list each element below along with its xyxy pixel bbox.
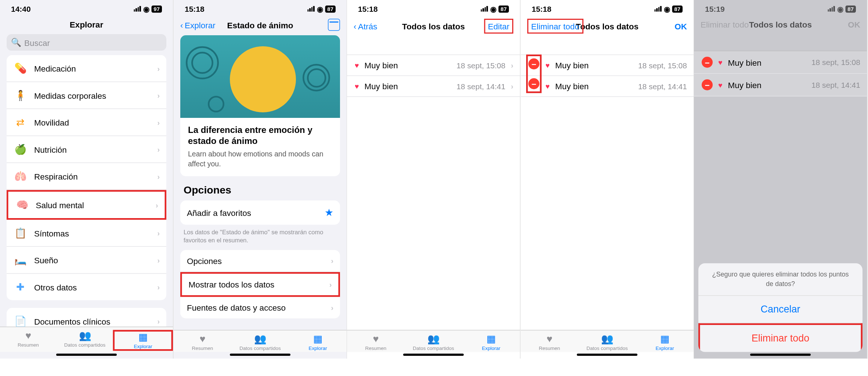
calendar-button[interactable]: [328, 19, 340, 31]
chevron-left-icon: ‹: [354, 22, 357, 31]
content: 💊 Medicación › 🧍 Medidas corporales › ⇄ …: [0, 55, 173, 327]
grid-icon: ▦: [487, 333, 496, 344]
show-all-data-row[interactable]: Mostrar todos los datos ›: [180, 272, 340, 297]
screen-edit-mode: 15:18 ◉ 87 Eliminar todo Todos los datos…: [521, 0, 694, 359]
category-mobility[interactable]: ⇄ Movilidad ›: [7, 109, 166, 136]
search-icon: 🔍: [11, 37, 22, 47]
status-right: ◉ 87: [654, 5, 683, 13]
screen-confirm-delete: 15:19 ◉ 87 Eliminar todo Todos los datos…: [694, 0, 868, 359]
status-right: ◉ 87: [828, 5, 856, 13]
tab-summary[interactable]: ♥Resumen: [0, 330, 57, 351]
battery-icon: 87: [672, 5, 683, 12]
article-body: La diferencia entre emoción y estado de …: [180, 118, 340, 176]
home-indicator[interactable]: [56, 354, 117, 356]
back-button[interactable]: ‹ Atrás: [354, 22, 377, 31]
delete-buttons-highlight: − −: [526, 55, 542, 93]
star-icon[interactable]: ★: [325, 207, 333, 219]
tab-explore[interactable]: ▦Explorar: [462, 333, 520, 351]
category-nutrition[interactable]: 🍏 Nutrición ›: [7, 136, 166, 163]
nutrition-icon: 🍏: [13, 142, 28, 156]
heart-icon: ♥: [545, 82, 550, 91]
data-label: Muy bien: [555, 61, 589, 70]
status-bar: 15:18 ◉ 87: [174, 0, 347, 15]
body-icon: 🧍: [13, 88, 28, 102]
tab-summary[interactable]: ♥Resumen: [174, 333, 231, 351]
tab-summary[interactable]: ♥Resumen: [521, 333, 578, 351]
confirm-delete-button[interactable]: Eliminar todo: [698, 323, 862, 352]
add-favorites[interactable]: Añadir a favoritos ★: [180, 200, 340, 225]
category-medication[interactable]: 💊 Medicación ›: [7, 55, 166, 82]
docs-label: Documentos clínicos: [34, 317, 151, 326]
signal-icon: [654, 6, 662, 12]
category-body[interactable]: 🧍 Medidas corporales ›: [7, 82, 166, 109]
chevron-icon: ›: [331, 303, 333, 312]
chevron-icon: ›: [511, 61, 513, 70]
home-indicator[interactable]: [230, 354, 290, 356]
category-label: Movilidad: [34, 118, 151, 127]
heart-icon: ♥: [355, 61, 359, 70]
article-card[interactable]: La diferencia entre emoción y estado de …: [180, 35, 340, 176]
sheet-message: ¿Seguro que quieres eliminar todos los p…: [698, 264, 862, 296]
clinical-docs[interactable]: 📄 Documentos clínicos ›: [7, 308, 166, 327]
screen-mood-detail: 15:18 ◉ 87 ‹ Explorar Estado de ánimo: [174, 0, 347, 359]
mobility-icon: ⇄: [13, 115, 28, 130]
chevron-left-icon: ‹: [180, 20, 183, 30]
tab-summary[interactable]: ♥Resumen: [347, 333, 405, 351]
tab-explore[interactable]: ▦Explorar: [636, 333, 694, 351]
docs-list: 📄 Documentos clínicos ›: [7, 308, 166, 327]
back-button[interactable]: ‹ Explorar: [180, 20, 216, 30]
category-mental-health[interactable]: 🧠 Salud mental ›: [7, 190, 166, 220]
signal-icon: [134, 6, 141, 12]
data-item: − ♥ Muy bien 18 sept, 15:08: [694, 51, 867, 74]
delete-all-button[interactable]: Eliminar todo: [527, 19, 583, 34]
category-other[interactable]: ✚ Otros datos ›: [7, 274, 166, 300]
category-symptoms[interactable]: 📋 Síntomas ›: [7, 220, 166, 247]
category-respiration[interactable]: 🫁 Respiración ›: [7, 163, 166, 190]
chevron-icon: ›: [157, 172, 160, 181]
delete-row-button: −: [702, 57, 713, 68]
data-label: Muy bien: [555, 82, 589, 91]
edit-button[interactable]: Editar: [484, 19, 513, 34]
signal-icon: [828, 6, 835, 12]
chevron-icon: ›: [157, 64, 160, 73]
tab-shared[interactable]: 👥Datos compartidos: [57, 330, 113, 351]
search-input[interactable]: 🔍 Buscar: [7, 34, 166, 51]
cancel-button[interactable]: Cancelar: [698, 296, 862, 323]
delete-row-button[interactable]: −: [528, 58, 539, 69]
data-label: Muy bien: [365, 82, 398, 91]
battery-icon: 97: [151, 5, 162, 12]
category-list: 💊 Medicación › 🧍 Medidas corporales › ⇄ …: [7, 55, 166, 300]
screen-explore: 14:40 ◉ 97 Explorar 🔍 Buscar 💊 Medicació…: [0, 0, 174, 359]
people-icon: 👥: [427, 333, 440, 344]
tab-explore[interactable]: ▦Explorar: [289, 333, 347, 351]
options-row[interactable]: Opciones ›: [180, 250, 340, 272]
row-label: Opciones: [187, 256, 324, 265]
calendar-icon: [328, 19, 340, 31]
delete-row-button[interactable]: −: [528, 78, 539, 89]
data-item[interactable]: ♥ Muy bien 18 sept, 15:08: [521, 55, 694, 76]
nav-bar: ‹ Explorar Estado de ánimo: [174, 15, 347, 35]
category-sleep[interactable]: 🛏️ Sueño ›: [7, 247, 166, 274]
tab-shared[interactable]: 👥Datos compartidos: [231, 333, 289, 351]
tab-explore[interactable]: ▦Explorar: [113, 330, 173, 351]
status-bar: 15:18 ◉ 87: [347, 0, 520, 15]
data-sources-row[interactable]: Fuentes de datos y acceso ›: [180, 297, 340, 318]
tab-shared[interactable]: 👥Datos compartidos: [578, 333, 636, 351]
data-list: ♥ Muy bien 18 sept, 15:08 › ♥ Muy bien 1…: [347, 55, 520, 97]
data-item[interactable]: ♥ Muy bien 18 sept, 15:08 ›: [347, 55, 520, 76]
search-placeholder: Buscar: [24, 38, 50, 47]
home-indicator[interactable]: [403, 354, 464, 356]
tab-shared[interactable]: 👥Datos compartidos: [405, 333, 462, 351]
data-item: − ♥ Muy bien 18 sept, 14:41: [694, 74, 867, 97]
status-right: ◉ 87: [307, 5, 336, 13]
data-item[interactable]: ♥ Muy bien 18 sept, 14:41: [521, 76, 694, 97]
data-date: 18 sept, 14:41: [594, 82, 687, 91]
content: La diferencia entre emoción y estado de …: [174, 35, 347, 330]
chevron-icon: ›: [331, 257, 333, 265]
chevron-icon: ›: [157, 283, 160, 291]
status-right: ◉ 97: [134, 5, 162, 13]
data-item[interactable]: ♥ Muy bien 18 sept, 14:41 ›: [347, 76, 520, 97]
options-header: Opciones: [174, 176, 347, 200]
home-indicator[interactable]: [577, 354, 637, 356]
ok-button[interactable]: OK: [674, 22, 687, 31]
